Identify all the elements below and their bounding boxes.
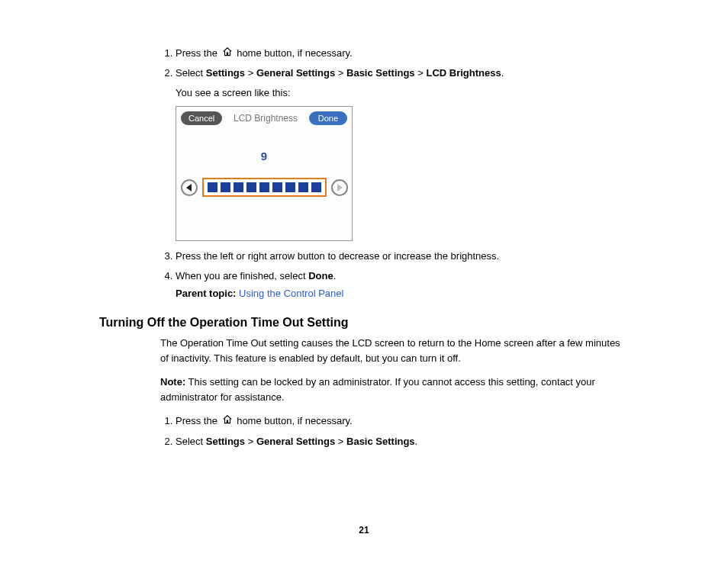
step2-post: . — [501, 67, 504, 79]
step1-text-post: home button, if necessary. — [237, 47, 353, 59]
step2-b4: LCD Brightness — [426, 67, 501, 79]
step4-b: Done — [308, 270, 333, 282]
tstep2-b2: General Settings — [256, 436, 335, 447]
arrow-left-icon[interactable] — [181, 179, 198, 196]
slider-block — [298, 182, 308, 192]
step2-gt1: > — [245, 67, 256, 79]
section2-para1: The Operation Time Out setting causes th… — [160, 336, 629, 365]
slider-block — [285, 182, 295, 192]
tstep2-gt1: > — [245, 436, 256, 447]
step4-post: . — [333, 270, 337, 282]
step2-gt3: > — [415, 67, 427, 79]
slider-block — [272, 182, 282, 192]
slider-block — [221, 182, 230, 192]
done-button[interactable]: Done — [309, 111, 347, 125]
parent-topic-label: Parent topic: — [176, 288, 236, 299]
tstep2-pre: Select — [176, 436, 206, 447]
tstep2-b1: Settings — [206, 436, 245, 447]
step-3: Press the left or right arrow button to … — [176, 249, 629, 264]
step2-b2: General Settings — [256, 67, 335, 79]
tstep1-pre: Press the — [176, 415, 221, 426]
parent-topic-link[interactable]: Using the Control Panel — [239, 288, 343, 299]
section-heading: Turning Off the Operation Time Out Setti… — [99, 316, 629, 330]
step2-pre: Select — [176, 67, 206, 79]
slider-block — [246, 182, 256, 192]
parent-topic: Parent topic: Using the Control Panel — [176, 288, 629, 299]
slider-block — [208, 182, 217, 192]
tstep2-b3: Basic Settings — [346, 436, 415, 447]
step-2: Select Settings > General Settings > Bas… — [176, 66, 629, 100]
step-4: When you are finished, select Done. — [176, 269, 629, 284]
section2-note: Note: This setting can be locked by an a… — [160, 375, 629, 404]
note-text: This setting can be locked by an adminis… — [160, 376, 595, 403]
lcd-header: Cancel LCD Brightness Done — [176, 107, 352, 128]
brightness-value: 9 — [176, 150, 352, 162]
lcd-screenshot: Cancel LCD Brightness Done 9 — [176, 106, 353, 241]
brightness-steps-cont: Press the left or right arrow button to … — [153, 249, 629, 283]
slider-block — [259, 182, 269, 192]
arrow-right-icon[interactable] — [331, 179, 348, 196]
step2-b3: Basic Settings — [346, 67, 415, 79]
step2-b1: Settings — [206, 67, 245, 79]
lcd-title: LCD Brightness — [234, 113, 298, 124]
slider-block — [311, 182, 321, 192]
t-step-1: Press the home button, if necessary. — [176, 413, 629, 429]
step4-pre: When you are finished, select — [176, 270, 308, 282]
brightness-steps: Press the home button, if necessary. Sel… — [153, 46, 629, 100]
cancel-button[interactable]: Cancel — [181, 111, 222, 125]
home-icon — [222, 414, 233, 429]
timeout-steps: Press the home button, if necessary. Sel… — [153, 413, 629, 449]
tstep2-post: . — [415, 436, 418, 447]
step-1: Press the home button, if necessary. — [176, 46, 629, 61]
slider-block — [234, 182, 243, 192]
step2-gt2: > — [335, 67, 346, 79]
page-number: 21 — [0, 525, 728, 536]
tstep2-gt2: > — [335, 436, 346, 447]
note-label: Note: — [160, 376, 185, 388]
step2-sub: You see a screen like this: — [176, 85, 629, 101]
step1-text-pre: Press the — [176, 47, 221, 59]
t-step-2: Select Settings > General Settings > Bas… — [176, 434, 629, 449]
slider-row — [176, 178, 352, 197]
home-icon — [222, 47, 233, 62]
brightness-slider[interactable] — [202, 178, 327, 197]
tstep1-post: home button, if necessary. — [237, 415, 353, 426]
